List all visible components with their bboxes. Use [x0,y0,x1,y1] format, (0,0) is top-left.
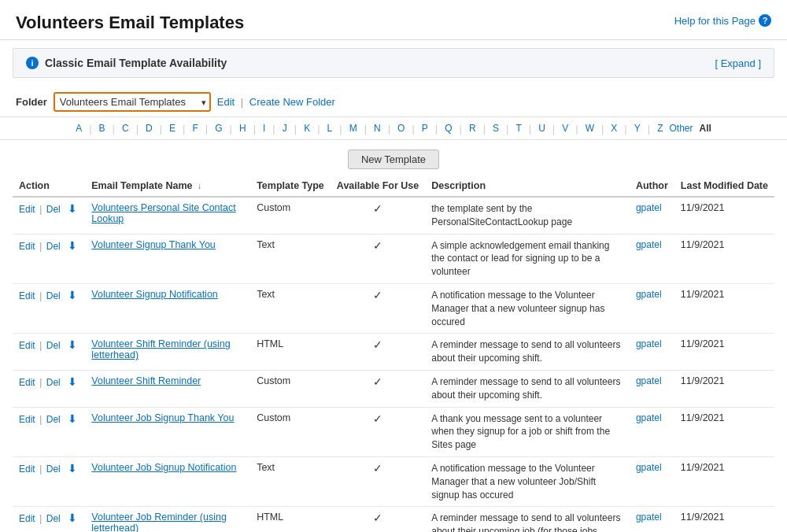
alpha-nav-j[interactable]: J [280,122,290,135]
edit-link[interactable]: Edit [19,241,35,252]
template-name-link[interactable]: Volunteer Signup Thank You [91,239,216,250]
download-icon[interactable]: ⬇ [66,202,79,215]
alpha-nav-all[interactable]: All [697,122,714,135]
col-description: Description [425,175,630,197]
download-icon[interactable]: ⬇ [66,239,79,252]
author-link[interactable]: gpatel [636,375,662,386]
edit-folder-link[interactable]: Edit [217,96,235,108]
checkmark-icon: ✓ [373,338,382,351]
alpha-nav-f[interactable]: F [190,122,200,135]
alpha-nav-g[interactable]: G [212,122,224,135]
template-name-link[interactable]: Volunteer Job Signup Notification [91,462,236,473]
edit-link[interactable]: Edit [19,377,35,388]
alpha-nav-y[interactable]: Y [632,122,643,135]
available-cell: ✓ [331,334,425,371]
author-link[interactable]: gpatel [636,239,662,250]
alpha-nav-p[interactable]: P [419,122,430,135]
table-row: Edit | Del ⬇ Volunteer Job Reminder (usi… [13,507,774,532]
alpha-nav-t[interactable]: T [513,122,523,135]
template-name-link[interactable]: Volunteer Shift Reminder [91,375,201,386]
author-link[interactable]: gpatel [636,338,662,349]
expand-link[interactable]: [ Expand ] [715,57,761,69]
del-link[interactable]: Del [46,241,61,252]
alpha-nav-a[interactable]: A [73,122,84,135]
col-modified: Last Modified Date [674,175,774,197]
help-link[interactable]: Help for this Page ? [674,14,771,27]
edit-link[interactable]: Edit [19,290,35,301]
del-link[interactable]: Del [46,340,61,351]
alpha-nav-d[interactable]: D [143,122,155,135]
action-cell: Edit | Del ⬇ [13,370,85,407]
modified-cell: 11/9/2021 [674,456,774,506]
alpha-nav-x[interactable]: X [608,122,619,135]
alpha-nav-w[interactable]: W [583,122,597,135]
edit-link[interactable]: Edit [19,204,35,215]
description-cell: the template sent by the PersonalSiteCon… [425,197,630,234]
edit-link[interactable]: Edit [19,414,35,425]
new-template-button[interactable]: New Template [348,150,439,169]
alpha-nav-e[interactable]: E [167,122,178,135]
template-name-link[interactable]: Volunteers Personal Site Contact Lookup [91,202,235,224]
table-row: Edit | Del ⬇ Volunteer Shift Reminder (u… [13,334,774,371]
description-cell: A simple acknowledgement email thanking … [425,234,630,283]
del-link[interactable]: Del [46,464,61,475]
template-name-link[interactable]: Volunteer Job Signup Thank You [91,412,234,423]
folder-select[interactable]: Volunteers Email Templates [54,92,211,112]
modified-cell: 11/9/2021 [674,197,774,234]
name-cell: Volunteer Job Reminder (using letterhead… [85,507,250,532]
alpha-nav-u[interactable]: U [536,122,548,135]
del-link[interactable]: Del [46,414,61,425]
author-cell: gpatel [630,370,674,407]
author-link[interactable]: gpatel [636,462,662,473]
alpha-nav-other[interactable]: Other [667,122,696,135]
del-link[interactable]: Del [46,513,61,524]
alpha-nav-r[interactable]: R [467,122,478,135]
alpha-nav-m[interactable]: M [347,122,360,135]
templates-table: Action Email Template Name ↓ Template Ty… [13,175,774,532]
available-cell: ✓ [331,370,425,407]
alpha-nav-s[interactable]: S [490,122,501,135]
edit-link[interactable]: Edit [19,340,35,351]
alpha-nav-l[interactable]: L [325,122,335,135]
alpha-nav-h[interactable]: H [237,122,249,135]
help-icon: ? [759,14,771,27]
edit-link[interactable]: Edit [19,464,35,475]
create-folder-link[interactable]: Create New Folder [249,96,335,108]
alpha-nav-o[interactable]: O [395,122,407,135]
author-link[interactable]: gpatel [636,289,662,300]
download-icon[interactable]: ⬇ [66,512,79,524]
del-link[interactable]: Del [46,290,61,301]
author-link[interactable]: gpatel [636,202,662,213]
available-cell: ✓ [331,283,425,333]
help-link-text: Help for this Page [674,15,756,27]
template-name-link[interactable]: Volunteer Signup Notification [91,289,218,300]
col-action: Action [13,175,85,197]
checkmark-icon: ✓ [373,375,382,388]
download-icon[interactable]: ⬇ [66,289,79,301]
alpha-nav-z[interactable]: Z [655,122,665,135]
table-header-row: Action Email Template Name ↓ Template Ty… [13,175,774,197]
edit-link[interactable]: Edit [19,513,35,524]
download-icon[interactable]: ⬇ [66,375,79,388]
available-cell: ✓ [331,407,425,456]
alpha-nav-c[interactable]: C [120,122,131,135]
alpha-nav-q[interactable]: Q [442,122,454,135]
modified-cell: 11/9/2021 [674,234,774,283]
del-link[interactable]: Del [46,377,61,388]
alpha-nav-i[interactable]: I [260,122,268,135]
template-name-link[interactable]: Volunteer Job Reminder (using letterhead… [91,512,227,532]
author-cell: gpatel [630,197,674,234]
alpha-nav-k[interactable]: K [301,122,312,135]
alpha-nav-b[interactable]: B [97,122,108,135]
download-icon[interactable]: ⬇ [66,462,79,475]
author-link[interactable]: gpatel [636,412,662,423]
del-link[interactable]: Del [46,204,61,215]
download-icon[interactable]: ⬇ [66,412,79,425]
author-link[interactable]: gpatel [636,512,662,523]
alpha-nav-v[interactable]: V [560,122,571,135]
download-icon[interactable]: ⬇ [66,338,79,351]
folder-label: Folder [16,96,47,108]
alpha-nav-n[interactable]: N [371,122,383,135]
template-name-link[interactable]: Volunteer Shift Reminder (using letterhe… [91,338,230,360]
info-icon: i [26,57,39,69]
